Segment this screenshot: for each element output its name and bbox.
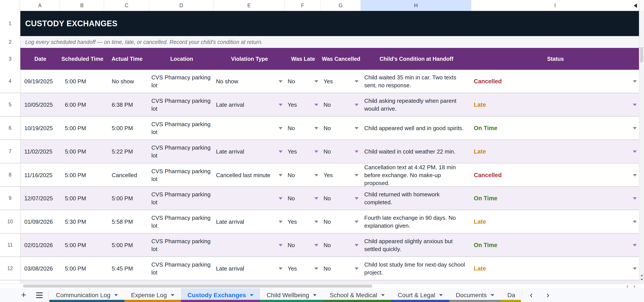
cell-status[interactable]: Late bbox=[472, 93, 640, 116]
cell-scheduled[interactable]: 5:00 PM bbox=[60, 117, 104, 140]
dropdown-arrow-icon[interactable] bbox=[355, 151, 358, 153]
cell-scheduled[interactable]: 5:30 PM bbox=[60, 210, 104, 233]
cell-violation[interactable] bbox=[214, 187, 285, 210]
row-header-6[interactable]: 6 bbox=[0, 117, 20, 140]
dropdown-arrow-icon[interactable] bbox=[314, 221, 318, 223]
row-header-11[interactable]: 11 bbox=[0, 234, 20, 257]
cell-was_cancelled[interactable]: No bbox=[321, 93, 361, 116]
dropdown-arrow-icon[interactable] bbox=[355, 104, 358, 106]
cell-condition[interactable]: Child appeared well and in good spirits. bbox=[361, 117, 472, 140]
row-header-8[interactable]: 8 bbox=[0, 163, 20, 186]
chevron-down-icon[interactable] bbox=[250, 294, 254, 296]
cell-date[interactable]: 03/08/2026 bbox=[20, 257, 60, 280]
cell-violation[interactable]: Late arrival bbox=[214, 257, 285, 280]
column-header-I[interactable]: I bbox=[471, 0, 639, 11]
table-header-cell[interactable]: Was Cancelled bbox=[321, 48, 361, 70]
row-header-12[interactable]: 12 bbox=[0, 257, 20, 280]
title-banner-cell[interactable]: CUSTODY EXCHANGES bbox=[20, 11, 639, 36]
table-header-cell[interactable]: Location bbox=[150, 48, 214, 70]
cell-was_cancelled[interactable]: No bbox=[321, 257, 361, 280]
cell-violation[interactable] bbox=[214, 117, 285, 140]
cell-scheduled[interactable]: 5:00 PM bbox=[60, 187, 104, 210]
column-header-B[interactable]: B bbox=[60, 0, 104, 11]
cell-violation[interactable]: No show bbox=[214, 70, 285, 93]
row-header-2[interactable]: 2 bbox=[0, 36, 20, 48]
cell-actual[interactable]: 5:00 PM bbox=[104, 187, 150, 210]
cell-date[interactable]: 09/19/2025 bbox=[20, 70, 60, 93]
cell-date[interactable]: 12/07/2025 bbox=[20, 187, 60, 210]
cell-was_cancelled[interactable]: Yes bbox=[321, 163, 361, 187]
cell-was_late[interactable]: No bbox=[285, 70, 321, 93]
column-header-G[interactable]: G bbox=[320, 0, 361, 11]
vertical-scrollbar-thumb[interactable] bbox=[640, 48, 643, 63]
cell-was_late[interactable]: Yes bbox=[285, 140, 321, 163]
row-header-1[interactable]: 1 bbox=[0, 11, 20, 36]
cell-status[interactable]: Cancelled bbox=[472, 70, 640, 93]
cell-actual[interactable]: 6:38 PM bbox=[104, 93, 150, 116]
column-header-D[interactable]: D bbox=[149, 0, 213, 11]
scroll-up-icon[interactable] bbox=[640, 275, 643, 276]
select-all-corner[interactable] bbox=[0, 0, 20, 11]
cell-actual[interactable]: Cancelled bbox=[104, 163, 150, 187]
cell-actual[interactable]: No show bbox=[104, 70, 150, 93]
cell-date[interactable]: 10/05/2025 bbox=[20, 93, 60, 116]
cell-was_late[interactable]: No bbox=[285, 234, 321, 257]
cell-date[interactable]: 11/02/2025 bbox=[20, 140, 60, 163]
cell-was_late[interactable]: Yes bbox=[285, 257, 321, 280]
cell-scheduled[interactable]: 6:00 PM bbox=[60, 93, 104, 116]
cell-actual[interactable]: 5:00 PM bbox=[104, 234, 150, 257]
tab-scroll-left-button[interactable]: ‹ bbox=[523, 288, 540, 302]
dropdown-arrow-icon[interactable] bbox=[355, 174, 358, 176]
dropdown-arrow-icon[interactable] bbox=[279, 151, 282, 153]
dropdown-arrow-icon[interactable] bbox=[633, 268, 637, 270]
table-header-cell[interactable]: Date bbox=[20, 48, 60, 70]
cell-violation[interactable]: Late arrival bbox=[214, 93, 285, 116]
dropdown-arrow-icon[interactable] bbox=[355, 244, 358, 246]
cell-was_late[interactable]: No bbox=[285, 117, 321, 140]
sheet-tab-communication-log[interactable]: Communication Log bbox=[49, 288, 124, 302]
cell-condition[interactable]: Child lost study time for next-day schoo… bbox=[361, 257, 472, 280]
dropdown-arrow-icon[interactable] bbox=[633, 80, 637, 83]
cell-date[interactable]: 11/16/2025 bbox=[20, 163, 60, 187]
dropdown-arrow-icon[interactable] bbox=[279, 197, 282, 200]
cell-location[interactable]: CVS Pharmacy parking lot bbox=[150, 257, 214, 280]
cell-location[interactable]: CVS Pharmacy parking lot bbox=[150, 140, 214, 163]
dropdown-arrow-icon[interactable] bbox=[314, 197, 318, 200]
cell-status[interactable]: Late bbox=[472, 257, 640, 280]
cell-scheduled[interactable]: 5:00 PM bbox=[60, 163, 104, 187]
cell-condition[interactable]: Child waited 35 min in car. Two texts se… bbox=[361, 70, 472, 93]
chevron-down-icon[interactable] bbox=[439, 294, 443, 296]
chevron-down-icon[interactable] bbox=[114, 294, 118, 296]
dropdown-arrow-icon[interactable] bbox=[633, 127, 637, 130]
dropdown-arrow-icon[interactable] bbox=[314, 127, 318, 130]
dropdown-arrow-icon[interactable] bbox=[633, 244, 637, 246]
all-sheets-button[interactable] bbox=[32, 288, 47, 302]
column-header-F[interactable]: F bbox=[285, 0, 320, 11]
dropdown-arrow-icon[interactable] bbox=[633, 151, 637, 153]
cell-violation[interactable]: Late arrival bbox=[214, 210, 285, 233]
subtitle-cell[interactable]: Log every scheduled handoff — on time, l… bbox=[20, 36, 639, 48]
table-header-cell[interactable]: Violation Type bbox=[214, 48, 285, 70]
dropdown-arrow-icon[interactable] bbox=[314, 174, 318, 176]
dropdown-arrow-icon[interactable] bbox=[355, 127, 358, 130]
cell-date[interactable]: 10/19/2025 bbox=[20, 117, 60, 140]
dropdown-arrow-icon[interactable] bbox=[314, 244, 318, 246]
chevron-down-icon[interactable] bbox=[313, 294, 316, 296]
dropdown-arrow-icon[interactable] bbox=[355, 268, 358, 270]
dropdown-arrow-icon[interactable] bbox=[314, 151, 318, 153]
add-sheet-button[interactable]: + bbox=[16, 288, 32, 302]
table-header-cell[interactable]: Child's Condition at Handoff bbox=[361, 48, 472, 70]
cell-status[interactable]: On Time bbox=[472, 187, 640, 210]
cell-actual[interactable]: 5:22 PM bbox=[104, 140, 150, 163]
cell-location[interactable]: CVS Pharmacy parking lot bbox=[150, 70, 214, 93]
row-header-9[interactable]: 9 bbox=[0, 187, 20, 210]
cell-violation[interactable] bbox=[214, 234, 285, 257]
column-header-E[interactable]: E bbox=[213, 0, 285, 11]
row-header-4[interactable]: 4 bbox=[0, 70, 20, 93]
cell-was_late[interactable]: Yes bbox=[285, 210, 321, 233]
sheet-tab-da[interactable]: Da bbox=[501, 288, 521, 302]
cell-violation[interactable]: Cancelled last minute bbox=[214, 163, 285, 187]
table-header-cell[interactable]: Was Late bbox=[285, 48, 321, 70]
cell-condition[interactable]: Child waited in cold weather 22 min. bbox=[361, 140, 472, 163]
cell-condition[interactable]: Child appeared slightly anxious but sett… bbox=[361, 234, 472, 257]
